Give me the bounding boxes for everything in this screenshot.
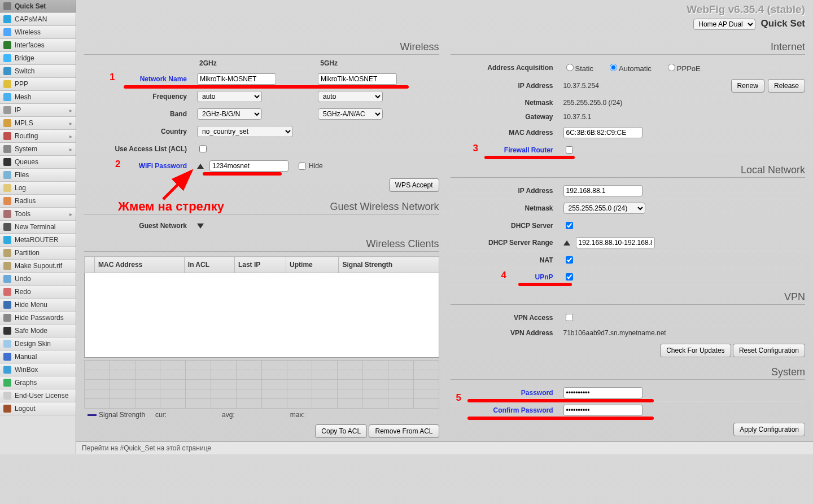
- sidebar-item-bridge[interactable]: Bridge: [0, 52, 76, 65]
- password-input[interactable]: [563, 387, 642, 398]
- sidebar-item-quickset[interactable]: Quick Set: [0, 0, 76, 13]
- frequency-2g-select[interactable]: auto: [197, 91, 262, 102]
- sidebar-item-partition[interactable]: Partition: [0, 247, 76, 260]
- sidebar-item-redo[interactable]: Redo: [0, 286, 76, 299]
- annotation-1: 1: [110, 72, 115, 83]
- sidebar-item-routing[interactable]: Routing▸: [0, 130, 76, 143]
- annotation-4: 4: [501, 270, 506, 281]
- label-firewall: Firewall Router: [451, 146, 563, 154]
- sidebar-item-ppp[interactable]: PPP: [0, 78, 76, 91]
- sidebar-item-switch[interactable]: Switch: [0, 65, 76, 78]
- sidebar-item-capsman[interactable]: CAPsMAN: [0, 13, 76, 26]
- annotation-2: 2: [115, 159, 120, 170]
- page-title: Quick Set: [761, 18, 805, 29]
- sidebar-item-graphs[interactable]: Graphs: [0, 376, 76, 389]
- sidebar-item-logout[interactable]: Logout: [0, 402, 76, 415]
- sidebar-item-mpls[interactable]: MPLS▸: [0, 117, 76, 130]
- frequency-5g-select[interactable]: auto: [318, 91, 383, 102]
- sidebar-item-undo[interactable]: Undo: [0, 273, 76, 286]
- sidebar-item-metarouter[interactable]: MetaROUTER: [0, 234, 76, 247]
- sidebar-item-make-supout[interactable]: Make Supout.rif: [0, 260, 76, 273]
- section-vpn: VPN: [451, 288, 806, 305]
- confirm-password-input[interactable]: [563, 405, 642, 416]
- local-netmask-select[interactable]: 255.255.255.0 (/24): [563, 203, 645, 214]
- remove-from-acl-button[interactable]: Remove From ACL: [369, 424, 439, 438]
- copy-to-acl-button[interactable]: Copy To ACL: [315, 424, 367, 438]
- sidebar-item-design-skin[interactable]: Design Skin: [0, 338, 76, 350]
- band-5g-select[interactable]: 5GHz-A/N/AC: [318, 108, 383, 120]
- sidebar-item-safe-mode[interactable]: Safe Mode: [0, 325, 76, 338]
- mac-input[interactable]: [563, 127, 642, 138]
- sidebar-item-eul[interactable]: End-User License: [0, 389, 76, 402]
- dhcp-checkbox[interactable]: [566, 222, 573, 229]
- hide-password-checkbox[interactable]: Hide: [296, 161, 323, 172]
- svg-line-1: [163, 171, 191, 199]
- mode-select[interactable]: Home AP Dual: [693, 19, 755, 30]
- sidebar-item-winbox[interactable]: WinBox: [0, 363, 76, 376]
- sidebar-item-radius[interactable]: Radius: [0, 195, 76, 208]
- sidebar-item-new-terminal[interactable]: New Terminal: [0, 221, 76, 234]
- label-network-name: Network Name: [84, 75, 197, 83]
- th-mac[interactable]: MAC Address: [95, 257, 185, 273]
- label-local-netmask: Netmask: [451, 204, 563, 212]
- label-dhcp-range: DHCP Server Range: [451, 239, 563, 247]
- sidebar-item-tools[interactable]: Tools▸: [0, 208, 76, 221]
- apply-config-button[interactable]: Apply Configuration: [733, 423, 805, 436]
- network-name-2g-input[interactable]: [197, 73, 276, 85]
- dhcp-range-input[interactable]: [576, 237, 655, 248]
- upnp-checkbox[interactable]: [566, 273, 573, 281]
- label-acl: Use Access List (ACL): [84, 145, 197, 153]
- label-vpn-address: VPN Address: [451, 329, 563, 337]
- th-last-ip[interactable]: Last IP: [234, 257, 286, 273]
- value-internet-netmask: 255.255.255.0 (/24): [563, 99, 623, 107]
- label-password: Password: [451, 389, 563, 397]
- sidebar-item-queues[interactable]: Queues: [0, 156, 76, 169]
- sidebar-item-log[interactable]: Log: [0, 182, 76, 195]
- label-nat: NAT: [451, 256, 563, 264]
- label-vpn-access: VPN Access: [451, 314, 563, 322]
- firewall-checkbox[interactable]: [566, 146, 573, 154]
- label-confirm-password: Confirm Password: [451, 406, 563, 414]
- vpn-access-checkbox[interactable]: [566, 314, 573, 321]
- nat-checkbox[interactable]: [566, 256, 573, 264]
- th-signal[interactable]: Signal Strength: [339, 257, 439, 273]
- wifi-password-input[interactable]: [209, 160, 289, 172]
- th-in-acl[interactable]: In ACL: [184, 257, 234, 273]
- check-updates-button[interactable]: Check For Updates: [660, 344, 731, 357]
- collapse-arrow-icon[interactable]: [197, 223, 204, 229]
- radio-pppoe[interactable]: PPPoE: [665, 62, 701, 73]
- sidebar-item-interfaces[interactable]: Interfaces: [0, 39, 76, 52]
- sidebar-item-manual[interactable]: Manual: [0, 350, 76, 363]
- release-button[interactable]: Release: [768, 79, 805, 93]
- band-2g-select[interactable]: 2GHz-B/G/N: [197, 108, 262, 120]
- value-gateway: 10.37.5.1: [563, 113, 592, 121]
- wireless-clients-table: MAC Address In ACL Last IP Uptime Signal…: [84, 256, 439, 358]
- sidebar-item-system[interactable]: System▸: [0, 143, 76, 156]
- label-mac: MAC Address: [451, 129, 563, 137]
- annotation-3: 3: [473, 143, 478, 154]
- value-internet-ip: 10.37.5.254: [563, 82, 599, 90]
- renew-button[interactable]: Renew: [731, 79, 764, 93]
- chevron-right-icon: ▸: [69, 120, 72, 126]
- radio-static[interactable]: Static: [563, 62, 594, 73]
- sidebar-item-hide-passwords[interactable]: Hide Passwords: [0, 312, 76, 325]
- label-gateway: Gateway: [451, 113, 563, 121]
- label-upnp: UPnP: [451, 273, 563, 281]
- network-name-5g-input[interactable]: [318, 73, 397, 85]
- chevron-right-icon: ▸: [69, 211, 72, 217]
- sidebar-item-hide-menu[interactable]: Hide Menu: [0, 299, 76, 312]
- reset-config-button[interactable]: Reset Configuration: [733, 344, 805, 357]
- sidebar-item-mesh[interactable]: Mesh: [0, 91, 76, 104]
- wps-accept-button[interactable]: WPS Accept: [389, 178, 439, 192]
- chart-legend: Signal Strength cur: avg: max:: [84, 409, 439, 421]
- status-bar: Перейти на #Quick_Set на этой странице: [76, 441, 813, 454]
- acl-checkbox[interactable]: [199, 145, 207, 152]
- country-select[interactable]: no_country_set: [197, 126, 293, 137]
- radio-automatic[interactable]: Automatic: [607, 62, 652, 73]
- sidebar-item-ip[interactable]: IP▸: [0, 104, 76, 117]
- sidebar-item-wireless[interactable]: Wireless: [0, 26, 76, 39]
- th-uptime[interactable]: Uptime: [286, 257, 339, 273]
- local-ip-input[interactable]: [563, 185, 642, 196]
- sidebar-item-files[interactable]: Files: [0, 169, 76, 182]
- expand-arrow-icon[interactable]: [563, 240, 570, 246]
